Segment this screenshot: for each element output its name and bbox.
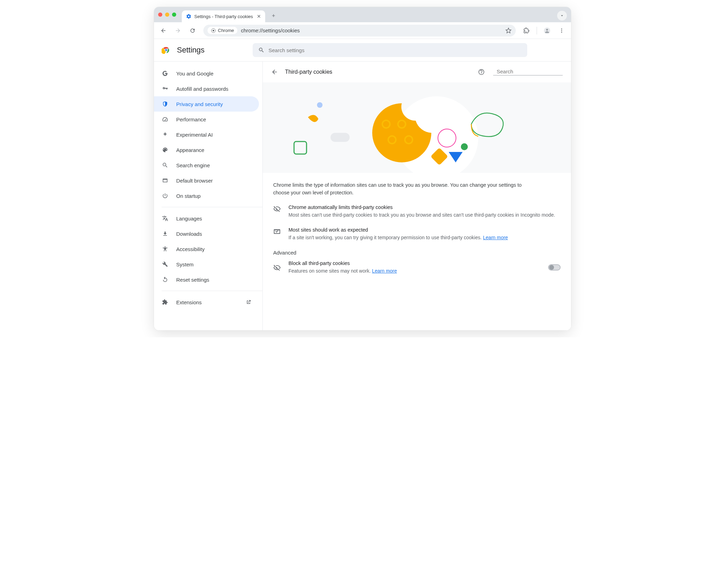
translate-icon xyxy=(162,215,169,222)
content-area: Chrome limits the type of information si… xyxy=(263,173,571,283)
chrome-logo-icon xyxy=(211,28,216,33)
sidebar-item-reset[interactable]: Reset settings xyxy=(154,272,259,287)
svg-point-1 xyxy=(213,30,214,31)
forward-button[interactable] xyxy=(172,25,184,37)
settings-header: Settings xyxy=(154,39,571,61)
settings-body: You and Google Autofill and passwords Pr… xyxy=(154,61,571,330)
page-title: Settings xyxy=(177,46,205,55)
sidebar-item-experimental-ai[interactable]: Experimental AI xyxy=(154,127,259,142)
extension-icon xyxy=(162,299,169,306)
new-tab-button[interactable] xyxy=(269,11,278,21)
maximize-window-button[interactable] xyxy=(172,13,176,17)
sidebar-item-you-and-google[interactable]: You and Google xyxy=(154,66,259,81)
wrench-icon xyxy=(162,261,169,268)
back-arrow-button[interactable] xyxy=(271,69,278,75)
sidebar-item-system[interactable]: System xyxy=(154,257,259,272)
block-desc-text: Features on some sites may not work. xyxy=(288,268,372,274)
sidebar-item-extensions[interactable]: Extensions xyxy=(154,295,259,310)
domain-verification-icon xyxy=(273,227,282,241)
svg-rect-17 xyxy=(294,142,307,154)
sidebar-item-label: Appearance xyxy=(176,147,204,153)
sidebar-item-appearance[interactable]: Appearance xyxy=(154,142,259,158)
visibility-off-icon xyxy=(273,204,282,219)
close-tab-button[interactable]: ✕ xyxy=(257,14,261,19)
sidebar-item-on-startup[interactable]: On startup xyxy=(154,188,259,203)
main-panel: Third-party cookies xyxy=(262,62,571,330)
back-button[interactable] xyxy=(157,25,169,37)
menu-button[interactable] xyxy=(556,25,568,37)
info-description: If a site isn't working, you can try giv… xyxy=(288,234,508,241)
speedometer-icon xyxy=(162,116,169,123)
accessibility-icon xyxy=(162,245,169,252)
sidebar-item-label: Autofill and passwords xyxy=(176,86,228,92)
sidebar-item-accessibility[interactable]: Accessibility xyxy=(154,241,259,257)
url-text: chrome://settings/cookies xyxy=(241,27,502,33)
shield-icon xyxy=(162,100,169,107)
sidebar-item-label: Languages xyxy=(176,216,202,221)
sidebar-item-label: On startup xyxy=(176,193,201,199)
info-row-expected: Most sites should work as expected If a … xyxy=(273,227,561,241)
section-title: Third-party cookies xyxy=(285,69,332,75)
block-title: Block all third-party cookies xyxy=(288,260,541,266)
chrome-logo-icon xyxy=(162,46,171,55)
sidebar-item-label: Search engine xyxy=(176,162,210,168)
external-link-icon xyxy=(246,299,251,305)
browser-tab[interactable]: Settings - Third-party cookies ✕ xyxy=(182,10,265,22)
learn-more-link[interactable]: Learn more xyxy=(372,268,397,274)
toolbar-separator xyxy=(537,27,537,34)
info-row-limits: Chrome automatically limits third-party … xyxy=(273,204,561,219)
sidebar-item-label: Reset settings xyxy=(176,277,209,283)
info-title: Most sites should work as expected xyxy=(288,227,508,233)
google-g-icon xyxy=(162,70,169,77)
sidebar-item-label: Privacy and security xyxy=(176,101,223,107)
search-icon xyxy=(258,47,264,53)
section-search-field[interactable] xyxy=(497,69,563,74)
profile-button[interactable] xyxy=(541,25,553,37)
sidebar-item-autofill[interactable]: Autofill and passwords xyxy=(154,81,259,96)
learn-more-link[interactable]: Learn more xyxy=(483,235,508,240)
sidebar: You and Google Autofill and passwords Pr… xyxy=(154,62,262,330)
reload-button[interactable] xyxy=(187,25,198,37)
extensions-button[interactable] xyxy=(521,25,532,37)
sidebar-item-privacy[interactable]: Privacy and security xyxy=(154,96,259,112)
tab-title: Settings - Third-party cookies xyxy=(194,14,254,19)
site-identity[interactable]: Chrome xyxy=(207,27,237,34)
search-settings-input[interactable] xyxy=(253,43,527,57)
block-all-row: Block all third-party cookies Features o… xyxy=(273,260,561,275)
sidebar-item-default-browser[interactable]: Default browser xyxy=(154,173,259,188)
sidebar-item-performance[interactable]: Performance xyxy=(154,112,259,127)
svg-point-6 xyxy=(561,32,562,33)
sidebar-item-downloads[interactable]: Downloads xyxy=(154,226,259,241)
svg-point-3 xyxy=(546,29,548,30)
sidebar-item-search-engine[interactable]: Search engine xyxy=(154,158,259,173)
sidebar-item-label: Extensions xyxy=(176,299,202,305)
sidebar-item-label: Experimental AI xyxy=(176,132,213,138)
palette-icon xyxy=(162,146,169,153)
minimize-window-button[interactable] xyxy=(165,13,169,17)
traffic-lights xyxy=(158,13,176,17)
sidebar-item-label: You and Google xyxy=(176,71,213,76)
sidebar-item-languages[interactable]: Languages xyxy=(154,211,259,226)
search-icon xyxy=(162,162,169,169)
sidebar-divider xyxy=(162,291,262,291)
sidebar-item-label: Downloads xyxy=(176,231,202,237)
intro-text: Chrome limits the type of information si… xyxy=(273,181,523,197)
help-button[interactable] xyxy=(478,69,485,75)
bookmark-button[interactable] xyxy=(505,27,512,34)
search-settings-field[interactable] xyxy=(269,47,522,53)
svg-point-23 xyxy=(461,143,468,150)
svg-point-4 xyxy=(561,29,562,30)
section-search[interactable] xyxy=(493,69,563,75)
block-description: Features on some sites may not work. Lea… xyxy=(288,267,541,275)
svg-point-5 xyxy=(561,30,562,31)
advanced-heading: Advanced xyxy=(273,250,561,256)
sidebar-item-label: System xyxy=(176,261,194,267)
address-bar[interactable]: Chrome chrome://settings/cookies xyxy=(203,25,516,37)
tab-overflow-button[interactable] xyxy=(557,11,567,21)
block-all-toggle[interactable] xyxy=(548,264,561,271)
hero-illustration xyxy=(263,82,571,173)
close-window-button[interactable] xyxy=(158,13,162,17)
svg-rect-18 xyxy=(331,133,350,142)
site-identity-label: Chrome xyxy=(218,28,234,33)
gear-icon xyxy=(186,14,192,19)
